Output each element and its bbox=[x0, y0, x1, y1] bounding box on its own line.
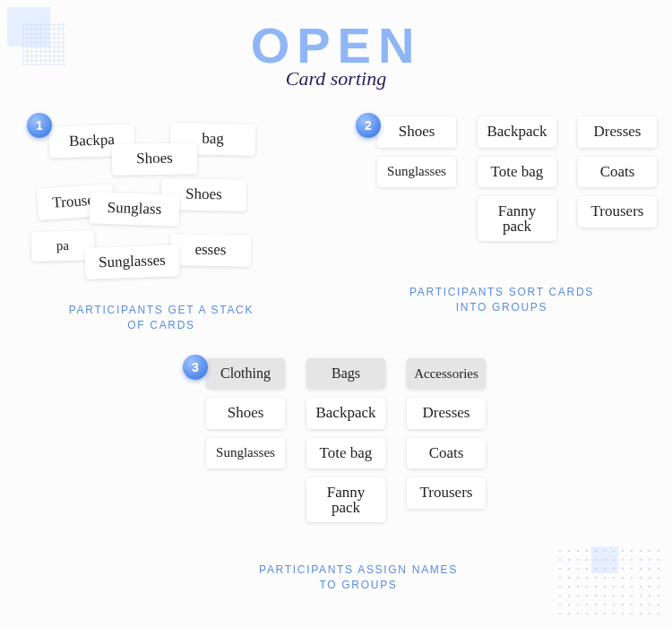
group-column: Bags Backpack Tote bag Fanny pack bbox=[306, 358, 385, 522]
card[interactable]: Shoes bbox=[377, 116, 456, 148]
group-name[interactable]: Accessories bbox=[407, 358, 486, 389]
card[interactable]: Dresses bbox=[407, 398, 486, 429]
card[interactable]: Tote bag bbox=[478, 157, 556, 188]
card[interactable]: Coats bbox=[407, 438, 486, 469]
card[interactable]: Sunglasses bbox=[84, 245, 179, 279]
card[interactable]: Fanny pack bbox=[478, 196, 556, 241]
group-column: Dresses Coats Trousers bbox=[578, 116, 657, 241]
columns: Clothing Shoes Sunglasses Bags Backpack … bbox=[179, 358, 538, 522]
columns: Shoes Sunglasses Backpack Tote bag Fanny… bbox=[354, 116, 650, 241]
step-1-caption: PARTICIPANTS GET A STACK OF CARDS bbox=[27, 303, 296, 334]
group-column: Clothing Shoes Sunglasses bbox=[206, 358, 285, 522]
card[interactable]: Shoes bbox=[112, 142, 198, 175]
title-open: OPEN bbox=[0, 16, 672, 74]
step-badge-1: 1 bbox=[27, 113, 52, 138]
card[interactable]: Trousers bbox=[407, 477, 486, 509]
group-column: Backpack Tote bag Fanny pack bbox=[478, 116, 556, 241]
step-3: 3 Clothing Shoes Sunglasses Bags Backpac… bbox=[179, 358, 538, 609]
card[interactable]: Backpack bbox=[478, 116, 556, 148]
step-3-caption: PARTICIPANTS ASSIGN NAMES TO GROUPS bbox=[179, 563, 538, 594]
card[interactable]: Sunglass bbox=[89, 192, 179, 226]
card[interactable]: Backpack bbox=[306, 398, 385, 429]
card[interactable]: Sunglasses bbox=[206, 438, 285, 468]
step-badge-2: 2 bbox=[356, 113, 381, 138]
group-column: Accessories Dresses Coats Trousers bbox=[407, 358, 486, 522]
step-2: 2 Shoes Sunglasses Backpack Tote bag Fan… bbox=[354, 116, 650, 331]
card[interactable]: Sunglasses bbox=[377, 157, 456, 187]
step-1: 1 bag Backpa Shoes Shoes Trouser Sunglas… bbox=[27, 116, 296, 331]
card[interactable]: Tote bag bbox=[306, 438, 385, 469]
card[interactable]: Fanny pack bbox=[306, 477, 385, 522]
group-name[interactable]: Clothing bbox=[206, 358, 285, 389]
bg-dots bbox=[556, 546, 663, 618]
card[interactable]: esses bbox=[170, 234, 252, 266]
group-column: Shoes Sunglasses bbox=[377, 116, 456, 241]
group-name[interactable]: Bags bbox=[306, 358, 385, 389]
title-subtitle: Card sorting bbox=[0, 67, 672, 90]
card[interactable]: Dresses bbox=[578, 116, 657, 148]
header: OPEN Card sorting bbox=[0, 0, 672, 90]
card[interactable]: Shoes bbox=[206, 398, 285, 429]
card[interactable]: Trousers bbox=[578, 196, 657, 228]
step-badge-3: 3 bbox=[183, 355, 208, 380]
card[interactable]: Coats bbox=[578, 157, 657, 188]
step-2-caption: PARTICIPANTS SORT CARDS INTO GROUPS bbox=[354, 285, 650, 316]
